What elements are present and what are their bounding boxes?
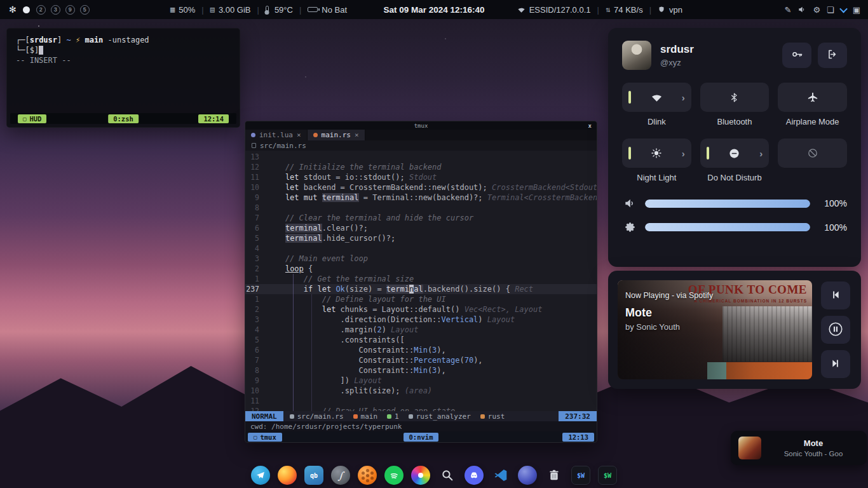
logout-button[interactable] [818,43,847,68]
previous-track-button[interactable] [821,281,850,309]
notification-album-art [738,437,761,459]
slider-track[interactable] [645,200,810,208]
mode-indicator: NORMAL [245,411,283,421]
track-title: Mote [625,306,652,320]
wifi-icon [651,92,663,104]
toggle-airplane-mode[interactable] [778,83,847,112]
tab-main.rs[interactable]: main.rs× [308,130,365,140]
filetype-icon [251,133,255,137]
pause-icon [827,321,844,339]
tab-close-icon[interactable]: × [297,131,301,139]
chevron-down-icon[interactable] [841,7,846,13]
speaker-slider[interactable]: 100% [622,197,847,210]
notification-subtitle: Sonic Youth - Goo [768,450,859,458]
chevron-right-icon[interactable]: › [682,92,685,103]
pen-icon[interactable]: ✎ [784,5,791,15]
launcher-icon[interactable]: ✻ [9,4,17,15]
code-area[interactable]: 1312 // Initialize the terminal backend1… [245,151,597,411]
chevron-right-icon[interactable]: › [759,148,763,159]
keyring-button[interactable] [782,43,811,68]
tmux-badge[interactable]: ▢tmux [248,433,282,442]
tab-bar: init.lua×main.rs× [245,130,597,140]
indent-guide [311,294,312,411]
code-line: 1 // Get the terminal size [245,274,597,284]
toggle-label: Do Not Disturb [700,173,770,183]
code-line: 13 [245,152,597,162]
dock-firefox-icon[interactable] [278,466,297,485]
clipboard-icon[interactable]: ❏ [827,5,834,15]
lsp-icon [409,414,413,419]
workspace-button[interactable]: 2 [36,5,46,15]
editor-window[interactable]: tmux x init.lua×main.rs× src/main.rs 131… [245,121,597,443]
updown-icon: ⇅ [606,5,610,14]
workspace-button[interactable]: 3 [51,5,60,15]
dock-vscode-icon[interactable] [491,466,510,485]
user-info: srdusr @xyz [660,43,694,67]
volume-icon[interactable] [797,5,806,14]
dock-discord-icon[interactable] [465,466,484,485]
tab-init.lua[interactable]: init.lua× [245,130,308,140]
window-close-button[interactable]: x [588,123,592,129]
hud-badge[interactable]: ▢HUD [18,114,46,123]
line-number: 1 [245,274,267,284]
indent-guide [293,274,294,411]
dock-qutebrowser-icon[interactable]: qb [304,466,323,485]
tray-icons: ✎ ⚙ ❏ ▣ [784,0,860,19]
file-icon [252,143,256,148]
code-line: 10 let backend = CrosstermBackend::new(s… [245,182,597,193]
toggle-bluetooth[interactable] [700,83,770,112]
dock-orange-dots-icon[interactable] [358,466,377,485]
gear-icon[interactable]: ⚙ [813,5,820,15]
notification[interactable]: Mote Sonic Youth - Goo [731,431,867,465]
terminal-time-badge: 12:14 [198,114,229,123]
dock-trash-icon[interactable] [545,466,564,485]
vpn-stat[interactable]: vpn [658,5,682,15]
dock-wezterm-green-icon[interactable]: $W [598,466,617,485]
dock-photos-icon[interactable] [411,466,430,485]
toggle-dlink[interactable]: › [622,83,691,112]
code-line: 2 let chunks = Layout::default() Vec<Rec… [245,304,597,315]
pause-button[interactable] [821,316,850,344]
tmux-label: tmux [260,433,276,441]
tab-close-icon[interactable]: × [355,131,359,139]
vpn-shield-icon [658,6,665,13]
toggle-label: Airplane Mode [778,117,847,127]
active-workspace-indicator[interactable] [23,6,30,13]
temperature-stat: 59°C [266,5,293,15]
zsh-session-badge[interactable]: 0:zsh [108,114,139,123]
dock-wezterm-blue-icon[interactable]: $W [571,466,590,485]
net-speed-stat: ⇅74 KB/s [606,5,643,15]
line-number: 8 [245,365,267,376]
dock-gray-hook-icon[interactable]: ∫ [331,466,350,485]
toggle-blocked[interactable] [778,139,847,168]
next-track-button[interactable] [821,350,850,378]
nvim-window-badge[interactable]: 0:nvim [403,433,439,442]
dock-magnifier-icon[interactable] [438,466,457,485]
terminal-lines[interactable]: ┌─[srdusr] ~ ⚡ main -unstaged└─[$] -- IN… [7,29,240,72]
slider-track[interactable] [645,223,810,231]
terminal-window[interactable]: ┌─[srdusr] ~ ⚡ main -unstaged└─[$] -- IN… [6,28,240,128]
line-number: 4 [245,243,267,254]
wifi-stat[interactable]: ESSID/127.0.0.1 [517,5,591,15]
dock-spotify-icon[interactable] [384,466,403,485]
clock[interactable]: Sat 09 Mar 2024 12:16:40 [383,0,484,19]
brightness-slider[interactable]: 100% [622,221,847,233]
chevron-right-icon[interactable]: › [682,148,685,159]
active-indicator [628,91,631,104]
dock-telegram-icon[interactable] [251,466,270,485]
dock-indigo-orb-icon[interactable] [518,466,537,485]
tray-monitor-icon[interactable]: ▣ [853,5,860,15]
workspace-button[interactable]: 9 [65,5,75,15]
blocked-icon [807,147,818,159]
avatar [622,41,651,70]
statusline: NORMAL src/main.rsmain1rust_analyzerrust… [245,411,597,421]
filetype-icon [480,414,485,419]
toggle-night-light[interactable]: › [622,139,691,168]
code-line: 11 [245,396,597,406]
workspace-button[interactable]: 5 [80,5,90,15]
terminal-status-bar: ▢HUD 0:zsh 12:14 [10,113,236,124]
memory-stat: ▤3.00 GiB [210,5,251,15]
toggle-do-not-disturb[interactable]: › [700,139,770,168]
code-line: 8 Constraint::Min(3), [245,365,597,376]
line-number: 9 [245,193,267,203]
